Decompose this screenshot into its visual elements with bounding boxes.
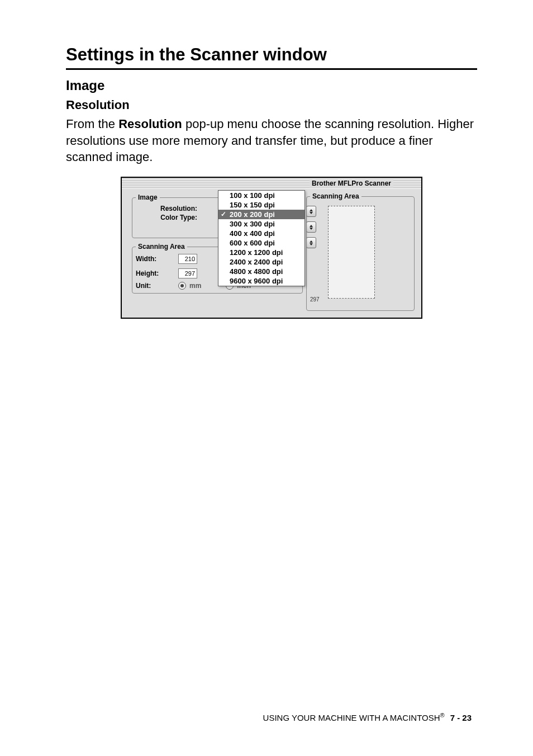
label-width: Width: (136, 255, 175, 263)
page-footer: USING YOUR MACHINE WITH A MACINTOSH®7 - … (263, 712, 472, 722)
group-scanning-area-left-legend: Scanning Area (136, 243, 187, 251)
height-input[interactable]: 297 (178, 268, 197, 278)
left-panel: Image Resolution: Color Type: Scanning A… (122, 189, 306, 318)
para-text-1: From the (66, 117, 118, 131)
resolution-menu-item[interactable]: 600 x 600 dpi (218, 238, 304, 248)
resolution-menu-item[interactable]: 100 x 100 dpi (218, 191, 304, 200)
window-title: Brother MFLPro Scanner (310, 179, 393, 187)
resolution-menu-item[interactable]: 9600 x 9600 dpi (218, 276, 304, 286)
group-scanning-area-right: Scanning Area 297 (306, 192, 415, 311)
window-titlebar: Brother MFLPro Scanner (122, 178, 421, 189)
scanner-window: Brother MFLPro Scanner Image Resolution:… (121, 177, 422, 319)
resolution-menu-item[interactable]: 1200 x 1200 dpi (218, 248, 304, 257)
resolution-menu-item-label: 200 x 200 dpi (230, 210, 275, 219)
resolution-menu-item-label: 100 x 100 dpi (230, 191, 275, 200)
resolution-menu-item-label: 150 x 150 dpi (230, 201, 275, 209)
preview-height-value: 297 (310, 296, 320, 303)
right-panel: 2.1.3 Scanning Area 297 (306, 189, 421, 318)
resolution-menu-item-label: 2400 x 2400 dpi (230, 258, 283, 266)
resolution-menu-item[interactable]: 400 x 400 dpi (218, 229, 304, 238)
subsection-resolution-heading: Resolution (66, 98, 477, 112)
title-underline (66, 68, 477, 70)
resolution-menu-item[interactable]: 300 x 300 dpi (218, 219, 304, 229)
resolution-menu-item[interactable]: 2400 x 2400 dpi (218, 257, 304, 267)
label-unit: Unit: (136, 282, 175, 290)
resolution-menu-item-label: 600 x 600 dpi (230, 239, 275, 247)
resolution-menu-item-label: 300 x 300 dpi (230, 220, 275, 228)
resolution-menu-item-label: 400 x 400 dpi (230, 229, 275, 238)
resolution-menu-item-label: 4800 x 4800 dpi (230, 267, 283, 276)
scan-preview[interactable] (328, 206, 375, 299)
label-resolution: Resolution: (136, 205, 197, 212)
footer-registered: ® (440, 712, 445, 719)
resolution-menu-item[interactable]: 4800 x 4800 dpi (218, 267, 304, 276)
label-height: Height: (136, 270, 175, 277)
resolution-menu-item-label: 1200 x 1200 dpi (230, 248, 283, 257)
radio-mm-label: mm (189, 282, 201, 290)
group-image-legend: Image (136, 193, 160, 201)
page-title: Settings in the Scanner window (66, 45, 477, 65)
section-image-heading: Image (66, 78, 477, 93)
width-input[interactable]: 210 (178, 254, 197, 264)
resolution-menu-item-label: 9600 x 9600 dpi (230, 277, 283, 285)
resolution-menu-item[interactable]: 150 x 150 dpi (218, 200, 304, 210)
footer-page-number: 7 - 23 (450, 713, 472, 722)
check-icon: ✓ (221, 210, 226, 218)
resolution-paragraph: From the Resolution pop-up menu choose t… (66, 116, 477, 166)
para-text-bold: Resolution (118, 117, 182, 131)
group-scanning-area-right-legend: Scanning Area (310, 192, 361, 200)
label-colortype: Color Type: (136, 214, 197, 221)
footer-text: USING YOUR MACHINE WITH A MACINTOSH (263, 713, 440, 722)
radio-mm[interactable] (178, 282, 186, 290)
resolution-menu: 100 x 100 dpi150 x 150 dpi✓200 x 200 dpi… (218, 190, 305, 286)
resolution-menu-item[interactable]: ✓200 x 200 dpi (218, 210, 304, 219)
